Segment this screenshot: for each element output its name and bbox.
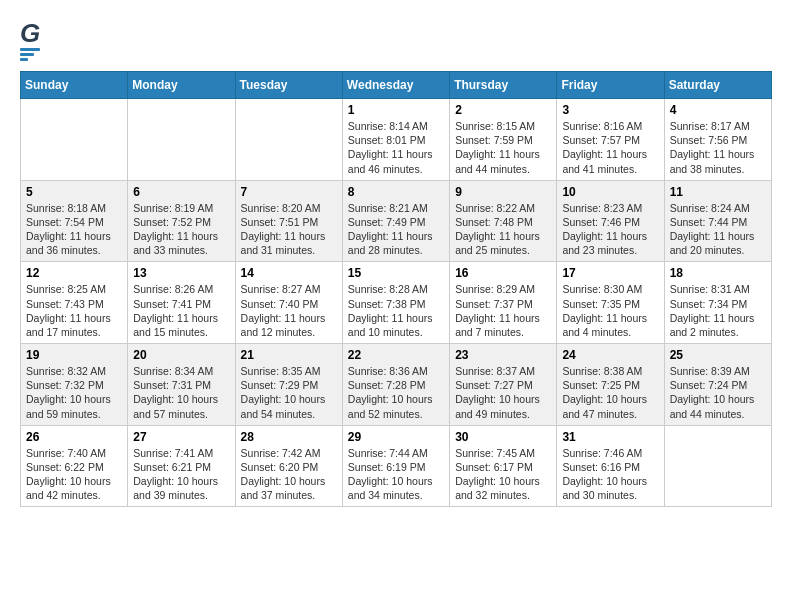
calendar-cell bbox=[664, 425, 771, 507]
weekday-header-tuesday: Tuesday bbox=[235, 72, 342, 99]
logo-g-letter: G bbox=[20, 20, 40, 46]
calendar-table: SundayMondayTuesdayWednesdayThursdayFrid… bbox=[20, 71, 772, 507]
calendar-cell: 17Sunrise: 8:30 AM Sunset: 7:35 PM Dayli… bbox=[557, 262, 664, 344]
day-info: Sunrise: 8:38 AM Sunset: 7:25 PM Dayligh… bbox=[562, 364, 658, 421]
calendar-week-row: 26Sunrise: 7:40 AM Sunset: 6:22 PM Dayli… bbox=[21, 425, 772, 507]
day-number: 21 bbox=[241, 348, 337, 362]
day-info: Sunrise: 7:46 AM Sunset: 6:16 PM Dayligh… bbox=[562, 446, 658, 503]
day-info: Sunrise: 8:35 AM Sunset: 7:29 PM Dayligh… bbox=[241, 364, 337, 421]
day-number: 28 bbox=[241, 430, 337, 444]
day-number: 5 bbox=[26, 185, 122, 199]
calendar-cell: 11Sunrise: 8:24 AM Sunset: 7:44 PM Dayli… bbox=[664, 180, 771, 262]
day-info: Sunrise: 8:24 AM Sunset: 7:44 PM Dayligh… bbox=[670, 201, 766, 258]
calendar-cell: 3Sunrise: 8:16 AM Sunset: 7:57 PM Daylig… bbox=[557, 99, 664, 181]
day-number: 18 bbox=[670, 266, 766, 280]
calendar-cell: 30Sunrise: 7:45 AM Sunset: 6:17 PM Dayli… bbox=[450, 425, 557, 507]
calendar-cell: 12Sunrise: 8:25 AM Sunset: 7:43 PM Dayli… bbox=[21, 262, 128, 344]
day-number: 16 bbox=[455, 266, 551, 280]
calendar-cell: 13Sunrise: 8:26 AM Sunset: 7:41 PM Dayli… bbox=[128, 262, 235, 344]
day-info: Sunrise: 8:20 AM Sunset: 7:51 PM Dayligh… bbox=[241, 201, 337, 258]
calendar-cell: 22Sunrise: 8:36 AM Sunset: 7:28 PM Dayli… bbox=[342, 344, 449, 426]
calendar-cell: 15Sunrise: 8:28 AM Sunset: 7:38 PM Dayli… bbox=[342, 262, 449, 344]
day-number: 29 bbox=[348, 430, 444, 444]
calendar-cell: 10Sunrise: 8:23 AM Sunset: 7:46 PM Dayli… bbox=[557, 180, 664, 262]
calendar-week-row: 12Sunrise: 8:25 AM Sunset: 7:43 PM Dayli… bbox=[21, 262, 772, 344]
day-number: 22 bbox=[348, 348, 444, 362]
calendar-cell: 24Sunrise: 8:38 AM Sunset: 7:25 PM Dayli… bbox=[557, 344, 664, 426]
calendar-cell: 20Sunrise: 8:34 AM Sunset: 7:31 PM Dayli… bbox=[128, 344, 235, 426]
day-number: 19 bbox=[26, 348, 122, 362]
calendar-cell: 16Sunrise: 8:29 AM Sunset: 7:37 PM Dayli… bbox=[450, 262, 557, 344]
day-number: 14 bbox=[241, 266, 337, 280]
day-number: 10 bbox=[562, 185, 658, 199]
day-info: Sunrise: 8:22 AM Sunset: 7:48 PM Dayligh… bbox=[455, 201, 551, 258]
day-info: Sunrise: 8:14 AM Sunset: 8:01 PM Dayligh… bbox=[348, 119, 444, 176]
day-number: 1 bbox=[348, 103, 444, 117]
day-info: Sunrise: 8:29 AM Sunset: 7:37 PM Dayligh… bbox=[455, 282, 551, 339]
day-info: Sunrise: 7:45 AM Sunset: 6:17 PM Dayligh… bbox=[455, 446, 551, 503]
calendar-week-row: 5Sunrise: 8:18 AM Sunset: 7:54 PM Daylig… bbox=[21, 180, 772, 262]
day-number: 12 bbox=[26, 266, 122, 280]
calendar-cell: 23Sunrise: 8:37 AM Sunset: 7:27 PM Dayli… bbox=[450, 344, 557, 426]
day-info: Sunrise: 8:25 AM Sunset: 7:43 PM Dayligh… bbox=[26, 282, 122, 339]
day-info: Sunrise: 7:44 AM Sunset: 6:19 PM Dayligh… bbox=[348, 446, 444, 503]
calendar-cell: 9Sunrise: 8:22 AM Sunset: 7:48 PM Daylig… bbox=[450, 180, 557, 262]
calendar-cell: 29Sunrise: 7:44 AM Sunset: 6:19 PM Dayli… bbox=[342, 425, 449, 507]
day-number: 25 bbox=[670, 348, 766, 362]
calendar-cell: 18Sunrise: 8:31 AM Sunset: 7:34 PM Dayli… bbox=[664, 262, 771, 344]
day-info: Sunrise: 8:21 AM Sunset: 7:49 PM Dayligh… bbox=[348, 201, 444, 258]
weekday-header-monday: Monday bbox=[128, 72, 235, 99]
calendar-cell: 26Sunrise: 7:40 AM Sunset: 6:22 PM Dayli… bbox=[21, 425, 128, 507]
calendar-cell: 28Sunrise: 7:42 AM Sunset: 6:20 PM Dayli… bbox=[235, 425, 342, 507]
day-info: Sunrise: 8:34 AM Sunset: 7:31 PM Dayligh… bbox=[133, 364, 229, 421]
day-number: 2 bbox=[455, 103, 551, 117]
day-number: 13 bbox=[133, 266, 229, 280]
day-info: Sunrise: 8:32 AM Sunset: 7:32 PM Dayligh… bbox=[26, 364, 122, 421]
calendar-cell: 2Sunrise: 8:15 AM Sunset: 7:59 PM Daylig… bbox=[450, 99, 557, 181]
day-number: 11 bbox=[670, 185, 766, 199]
day-info: Sunrise: 8:37 AM Sunset: 7:27 PM Dayligh… bbox=[455, 364, 551, 421]
calendar-cell: 5Sunrise: 8:18 AM Sunset: 7:54 PM Daylig… bbox=[21, 180, 128, 262]
day-number: 3 bbox=[562, 103, 658, 117]
day-info: Sunrise: 7:40 AM Sunset: 6:22 PM Dayligh… bbox=[26, 446, 122, 503]
day-number: 15 bbox=[348, 266, 444, 280]
calendar-cell bbox=[235, 99, 342, 181]
weekday-header-sunday: Sunday bbox=[21, 72, 128, 99]
logo: G bbox=[20, 20, 50, 61]
calendar-cell: 1Sunrise: 8:14 AM Sunset: 8:01 PM Daylig… bbox=[342, 99, 449, 181]
calendar-cell: 25Sunrise: 8:39 AM Sunset: 7:24 PM Dayli… bbox=[664, 344, 771, 426]
day-number: 7 bbox=[241, 185, 337, 199]
calendar-cell: 21Sunrise: 8:35 AM Sunset: 7:29 PM Dayli… bbox=[235, 344, 342, 426]
weekday-header-thursday: Thursday bbox=[450, 72, 557, 99]
day-info: Sunrise: 8:17 AM Sunset: 7:56 PM Dayligh… bbox=[670, 119, 766, 176]
calendar-cell: 14Sunrise: 8:27 AM Sunset: 7:40 PM Dayli… bbox=[235, 262, 342, 344]
day-number: 8 bbox=[348, 185, 444, 199]
day-info: Sunrise: 8:16 AM Sunset: 7:57 PM Dayligh… bbox=[562, 119, 658, 176]
day-info: Sunrise: 8:18 AM Sunset: 7:54 PM Dayligh… bbox=[26, 201, 122, 258]
calendar-cell: 31Sunrise: 7:46 AM Sunset: 6:16 PM Dayli… bbox=[557, 425, 664, 507]
calendar-cell bbox=[128, 99, 235, 181]
weekday-header-saturday: Saturday bbox=[664, 72, 771, 99]
calendar-cell: 8Sunrise: 8:21 AM Sunset: 7:49 PM Daylig… bbox=[342, 180, 449, 262]
weekday-header-friday: Friday bbox=[557, 72, 664, 99]
day-info: Sunrise: 8:15 AM Sunset: 7:59 PM Dayligh… bbox=[455, 119, 551, 176]
day-info: Sunrise: 8:26 AM Sunset: 7:41 PM Dayligh… bbox=[133, 282, 229, 339]
day-number: 27 bbox=[133, 430, 229, 444]
logo-stripes bbox=[20, 48, 40, 61]
day-number: 9 bbox=[455, 185, 551, 199]
day-number: 30 bbox=[455, 430, 551, 444]
day-info: Sunrise: 8:31 AM Sunset: 7:34 PM Dayligh… bbox=[670, 282, 766, 339]
day-number: 23 bbox=[455, 348, 551, 362]
calendar-cell: 4Sunrise: 8:17 AM Sunset: 7:56 PM Daylig… bbox=[664, 99, 771, 181]
day-number: 24 bbox=[562, 348, 658, 362]
day-info: Sunrise: 8:30 AM Sunset: 7:35 PM Dayligh… bbox=[562, 282, 658, 339]
day-info: Sunrise: 8:28 AM Sunset: 7:38 PM Dayligh… bbox=[348, 282, 444, 339]
calendar-cell: 27Sunrise: 7:41 AM Sunset: 6:21 PM Dayli… bbox=[128, 425, 235, 507]
day-info: Sunrise: 7:41 AM Sunset: 6:21 PM Dayligh… bbox=[133, 446, 229, 503]
page-header: G bbox=[20, 20, 772, 61]
day-info: Sunrise: 8:19 AM Sunset: 7:52 PM Dayligh… bbox=[133, 201, 229, 258]
day-info: Sunrise: 8:23 AM Sunset: 7:46 PM Dayligh… bbox=[562, 201, 658, 258]
calendar-week-row: 19Sunrise: 8:32 AM Sunset: 7:32 PM Dayli… bbox=[21, 344, 772, 426]
day-number: 6 bbox=[133, 185, 229, 199]
weekday-header-wednesday: Wednesday bbox=[342, 72, 449, 99]
